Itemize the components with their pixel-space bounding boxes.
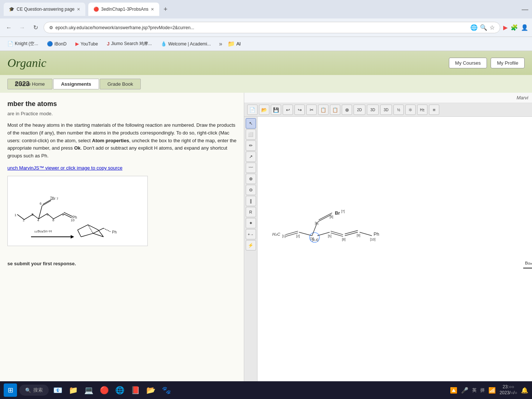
forward-button[interactable]: → [17, 23, 27, 33]
instructions-text: Most of the heavy atoms in the starting … [7, 122, 236, 160]
translate-icon[interactable]: 🌐 [470, 24, 478, 31]
lang-pinyin[interactable]: 拼 [480, 387, 485, 393]
chain-tool-btn[interactable]: 〰 [246, 163, 256, 173]
fraction-btn[interactable]: ½ [393, 105, 404, 115]
notification-bell[interactable]: 🔔 [521, 387, 528, 394]
cut-btn[interactable]: ✂ [306, 105, 317, 115]
bond-tool-btn[interactable]: ↗ [246, 151, 256, 162]
undo-btn[interactable]: ↩ [283, 105, 293, 115]
clear-btn[interactable]: ⊗ [342, 105, 352, 115]
taskbar-icon-app2[interactable]: 🐾 [160, 383, 173, 397]
new-tab-button[interactable]: + [164, 6, 168, 13]
tab1-close[interactable]: ✕ [77, 7, 80, 12]
more-bookmarks-button[interactable]: » [219, 41, 222, 47]
advanced-btn[interactable]: ⚡ [246, 240, 256, 250]
svg-text:[8]: [8] [330, 215, 333, 219]
tab2-close[interactable]: ✕ [151, 7, 154, 12]
svg-text:[8]: [8] [342, 238, 346, 241]
copy-btn[interactable]: 📋 [318, 105, 328, 115]
bookmark-welcome[interactable]: 💧 Welcome | Academi... [157, 40, 215, 48]
taskbar-icon-folder[interactable]: 📁 [66, 383, 80, 397]
3d-btn[interactable]: 3D [367, 105, 379, 115]
svg-text:Ph: Ph [374, 232, 379, 237]
extensions-icon[interactable]: 🧩 [511, 24, 518, 31]
marvin-link[interactable]: unch MarvinJS™ viewer or click image to … [7, 165, 236, 171]
bookmark-star-icon[interactable]: ☆ [490, 24, 495, 31]
hplusminus-btn[interactable]: H± [417, 105, 427, 115]
svg-line-30 [78, 230, 81, 237]
svg-line-49 [331, 231, 343, 235]
tab-2[interactable]: 🔴 3edInChap1-3ProbsAns ✕ [88, 3, 159, 16]
eraser-tool-btn[interactable]: ✏ [246, 140, 256, 151]
lang-en[interactable]: 英 [472, 387, 477, 393]
youtube-bm-icon: ▶ [75, 41, 79, 47]
search-icon[interactable]: 🔍 [480, 24, 487, 31]
tab-assignments[interactable]: Assignments [53, 79, 99, 89]
tab-course-home[interactable]: Course Home [7, 79, 52, 89]
taskbar-icon-email[interactable]: 📧 [51, 383, 64, 397]
more-tools-btn[interactable]: ≡ [429, 105, 439, 115]
3d-alt-btn[interactable]: 3D [380, 105, 392, 115]
save-btn[interactable]: 💾 [271, 105, 281, 115]
zoom-in-btn[interactable]: ⊕ [246, 174, 256, 184]
svg-text:9: 9 [62, 213, 64, 216]
select-tool-btn[interactable]: ↖ [246, 118, 256, 129]
back-button[interactable]: ← [4, 23, 14, 33]
mic-icon[interactable]: 🎤 [461, 387, 468, 394]
page-content: Organic My Courses My Profile 2023 Cours… [0, 51, 532, 399]
youtube-icon[interactable]: ▶ [503, 24, 508, 31]
bookmark-youtube[interactable]: ▶ YouTube [72, 40, 102, 48]
profile-icon[interactable]: 👤 [521, 24, 528, 31]
folder-icon[interactable]: 📁 [228, 40, 235, 47]
welcome-label: Welcome | Academi... [168, 41, 211, 47]
taskbar-search[interactable]: 🔍 搜索 [19, 385, 49, 396]
browser-address-bar: ← → ↻ ⚙ epoch.uky.edu/ace/homework/answe… [0, 18, 532, 37]
redo-btn[interactable]: ↪ [294, 105, 305, 115]
svg-line-11 [24, 214, 33, 219]
svg-line-21 [43, 199, 52, 204]
right-panel: Marvi 📄 📂 💾 ↩ ↪ ✂ 📋 📋 ⊗ 2D 3D 3D ½ ⚛ H± [244, 93, 532, 399]
stereo-btn[interactable]: ‖ [246, 196, 256, 206]
taskbar-icon-app[interactable]: 🔴 [98, 383, 111, 397]
zoom-out-btn[interactable]: ⊖ [246, 185, 256, 195]
taskbar-icon-acrobat[interactable]: 📕 [129, 383, 142, 397]
svg-text:[5]: [5] [328, 234, 332, 238]
reaction-btn[interactable]: ✦ [246, 218, 256, 228]
notification-icon[interactable]: 🔼 [450, 387, 457, 394]
window-minimize[interactable]: — [522, 6, 528, 13]
2d-btn[interactable]: 2D [354, 105, 365, 115]
my-courses-button[interactable]: My Courses [449, 58, 487, 68]
url-bar[interactable]: ⚙ epoch.uky.edu/ace/homework/answerframe… [44, 22, 500, 33]
knight-label: Knight (空... [15, 41, 38, 47]
start-button[interactable]: ⊞ [4, 383, 17, 397]
my-profile-button[interactable]: My Profile [491, 58, 525, 68]
marvin-content-area: ↖ ⬜ ✏ ↗ 〰 ⊕ ⊖ ‖ R ✦ +→ ⚡ [244, 117, 532, 399]
svg-line-10 [17, 214, 24, 219]
paste-btn[interactable]: 📋 [330, 105, 340, 115]
taskbar-icon-vscode[interactable]: 💻 [82, 383, 95, 397]
svg-line-20 [42, 201, 51, 206]
svg-marker-26 [71, 235, 74, 238]
atom-btn[interactable]: ⚛ [405, 105, 416, 115]
svg-line-27 [78, 225, 88, 230]
lasso-tool-btn[interactable]: ⬜ [246, 129, 256, 140]
svg-text:₁₁Bu₃Sn−H: ₁₁Bu₃Sn−H [34, 229, 52, 233]
svg-line-35 [103, 228, 110, 232]
tab-1[interactable]: 🎓 CE Question-answering page ✕ [4, 3, 85, 16]
mode-text: are in Practice mode. [7, 111, 236, 116]
arrow-btn[interactable]: +→ [246, 229, 256, 239]
bookmark-knight[interactable]: 📄 Knight (空... [4, 39, 42, 48]
rgroup-btn[interactable]: R [246, 207, 256, 217]
new-file-btn[interactable]: 📄 [247, 105, 258, 115]
taskbar-icon-files[interactable]: 📂 [144, 383, 157, 397]
taskbar-icon-chrome[interactable]: 🌐 [113, 383, 126, 397]
tab-grade-book[interactable]: Grade Book [100, 79, 141, 89]
reload-button[interactable]: ↻ [30, 23, 41, 33]
bookmark-jiumo[interactable]: J Jiumo Search 鸠摩... [103, 39, 156, 48]
bookmark-ibond[interactable]: 🔵 iBonD [43, 40, 70, 48]
molecule-box[interactable]: 1 2 3 4 5 8 9 10 6 7 [7, 176, 148, 246]
drawing-area[interactable]: H₂C [1] [2] [3] [3,4] [258, 117, 532, 384]
open-file-btn[interactable]: 📂 [259, 105, 269, 115]
wifi-icon[interactable]: 📶 [488, 387, 496, 394]
system-clock: 23:○○2023/○/○ [499, 384, 517, 396]
